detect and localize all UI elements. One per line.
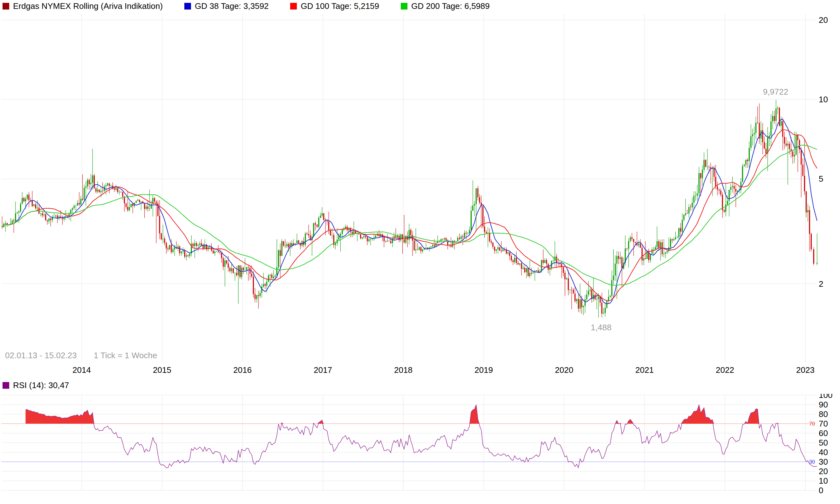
svg-text:60: 60 <box>819 428 828 438</box>
svg-text:2017: 2017 <box>314 365 332 375</box>
svg-text:10: 10 <box>819 476 828 486</box>
legend-item-rsi: RSI (14): 30,47 <box>2 380 69 390</box>
chart-footnote: 02.01.13 - 15.02.23 1 Tick = 1 Woche <box>5 350 172 360</box>
gd38-label: GD 38 Tage: 3,3592 <box>195 1 268 11</box>
svg-text:50: 50 <box>819 438 828 448</box>
gd38-swatch <box>184 3 191 10</box>
svg-text:20: 20 <box>819 15 828 25</box>
svg-text:90: 90 <box>819 400 828 409</box>
svg-text:2022: 2022 <box>716 365 734 375</box>
legend-item-gd200: GD 200 Tage: 6,5989 <box>401 1 490 11</box>
rsi-label: RSI (14): 30,47 <box>13 380 69 390</box>
svg-text:2021: 2021 <box>635 365 654 375</box>
svg-text:30: 30 <box>819 457 828 467</box>
svg-text:40: 40 <box>819 448 828 457</box>
svg-text:2014: 2014 <box>72 365 91 375</box>
main-legend: Erdgas NYMEX Rolling (Ariva Indikation) … <box>2 1 511 11</box>
svg-text:20: 20 <box>819 467 828 476</box>
legend-item-instrument: Erdgas NYMEX Rolling (Ariva Indikation) <box>2 1 163 11</box>
gd200-swatch <box>401 3 407 10</box>
instrument-label: Erdgas NYMEX Rolling (Ariva Indikation) <box>13 1 163 11</box>
svg-text:1,488: 1,488 <box>591 323 612 332</box>
svg-text:2019: 2019 <box>474 365 493 375</box>
rsi-legend: RSI (14): 30,47 <box>2 380 91 390</box>
svg-text:2023: 2023 <box>796 365 815 375</box>
gd100-swatch <box>290 3 297 10</box>
svg-text:9,9722: 9,9722 <box>763 87 788 96</box>
legend-item-gd100: GD 100 Tage: 5,2159 <box>290 1 379 11</box>
rsi-swatch <box>2 382 9 389</box>
date-range-label: 02.01.13 - 15.02.23 <box>5 350 77 360</box>
svg-text:2016: 2016 <box>233 365 252 375</box>
gd200-label: GD 200 Tage: 6,5989 <box>411 1 490 11</box>
svg-text:10: 10 <box>819 95 828 104</box>
svg-text:2: 2 <box>819 279 823 289</box>
svg-text:2018: 2018 <box>394 365 413 375</box>
svg-text:2015: 2015 <box>153 365 171 375</box>
svg-text:5: 5 <box>819 174 823 183</box>
price-chart: 2010522014201520162017201820192020202120… <box>0 11 840 378</box>
svg-text:80: 80 <box>819 409 828 419</box>
svg-text:70: 70 <box>809 421 815 427</box>
legend-item-gd38: GD 38 Tage: 3,3592 <box>184 1 268 11</box>
svg-text:2020: 2020 <box>555 365 573 375</box>
rsi-chart: 10090807060504030201007030 <box>0 394 840 504</box>
tick-info-label: 1 Tick = 1 Woche <box>94 350 157 360</box>
svg-text:100: 100 <box>819 394 833 400</box>
svg-text:70: 70 <box>819 419 828 428</box>
svg-text:30: 30 <box>809 459 815 465</box>
instrument-swatch <box>2 3 9 10</box>
gd100-label: GD 100 Tage: 5,2159 <box>301 1 379 11</box>
svg-text:0: 0 <box>819 486 823 495</box>
